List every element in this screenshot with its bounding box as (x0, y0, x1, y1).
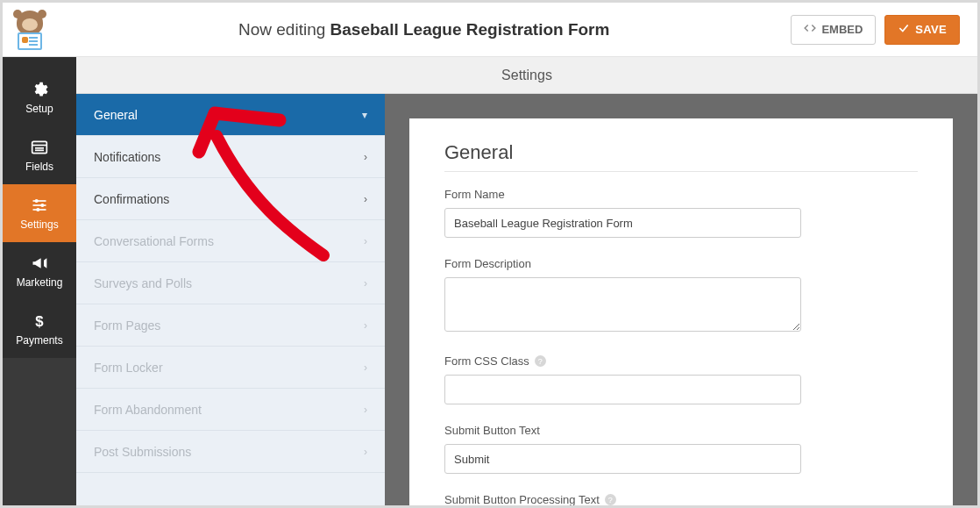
svg-point-8 (40, 204, 44, 207)
sidebar-item-label: Marketing (17, 276, 63, 289)
panel-item-label: Notifications (94, 150, 160, 164)
sidebar-item-setup[interactable]: Setup (3, 68, 76, 126)
panel-item-confirmations[interactable]: Confirmations› (76, 178, 385, 220)
panel-item-post-submissions: Post Submissions› (76, 431, 385, 473)
field-label: Form Description (444, 257, 918, 270)
sidebar-item-label: Setup (25, 103, 53, 115)
field-form-css-class: Form CSS Class? (444, 354, 918, 404)
field-label: Form Name (444, 188, 918, 201)
settings-header-bar: Settings (76, 57, 977, 94)
save-button[interactable]: SAVE (884, 15, 960, 45)
embed-button[interactable]: EMBED (791, 15, 876, 45)
field-form-name: Form Name (444, 188, 918, 238)
form-description-input[interactable] (444, 277, 801, 332)
field-form-description: Form Description (444, 257, 918, 335)
field-label: Submit Button Processing Text? (444, 493, 918, 505)
panel-item-general[interactable]: General▾ (76, 94, 385, 136)
field-label: Submit Button Text (444, 424, 918, 437)
panel-item-label: Conversational Forms (94, 234, 214, 248)
app-logo (3, 10, 57, 50)
field-submit-text: Submit Button Text (444, 424, 918, 474)
panel-item-label: Confirmations (94, 192, 169, 206)
svg-point-9 (36, 208, 39, 211)
chevron-right-icon: › (364, 235, 367, 247)
list-icon (30, 138, 49, 157)
svg-text:$: $ (35, 313, 44, 330)
sidebar-item-label: Fields (25, 161, 53, 173)
panel-item-label: Form Pages (94, 318, 160, 333)
page-title: Now editing Baseball League Registration… (57, 20, 791, 39)
sidebar: SetupFieldsSettingsMarketing$Payments (3, 57, 76, 505)
field-label: Form CSS Class? (444, 354, 918, 368)
panel-item-label: Surveys and Polls (94, 276, 192, 290)
panel-item-label: Form Abandonment (94, 403, 202, 417)
code-icon (804, 22, 816, 37)
panel-item-form-abandonment: Form Abandonment› (76, 389, 385, 431)
check-icon (898, 22, 910, 37)
panel-item-conversational-forms: Conversational Forms› (76, 220, 385, 262)
bullhorn-icon (30, 254, 49, 273)
help-icon[interactable]: ? (535, 355, 546, 367)
chevron-right-icon: › (364, 151, 367, 163)
chevron-right-icon: › (364, 319, 367, 332)
editing-prefix: Now editing (238, 20, 325, 39)
panel-item-form-locker: Form Locker› (76, 347, 385, 389)
chevron-right-icon: › (364, 277, 367, 290)
field-submit-processing: Submit Button Processing Text? (444, 493, 918, 505)
form-css-class-input[interactable] (444, 375, 801, 404)
panel-item-notifications[interactable]: Notifications› (76, 136, 385, 178)
chevron-right-icon: › (364, 446, 367, 458)
chevron-right-icon: › (364, 361, 367, 374)
panel-item-label: Post Submissions (94, 445, 191, 459)
submit-text-input[interactable] (444, 444, 801, 474)
sidebar-item-marketing[interactable]: Marketing (3, 242, 76, 300)
panel-item-form-pages: Form Pages› (76, 304, 385, 347)
sidebar-item-payments[interactable]: $Payments (3, 300, 76, 358)
gear-icon (30, 80, 49, 99)
sidebar-item-label: Settings (20, 218, 58, 231)
chevron-right-icon: › (364, 404, 367, 416)
content-heading: General (444, 141, 918, 164)
help-icon[interactable]: ? (605, 494, 616, 505)
form-title: Baseball League Registration Form (330, 20, 610, 39)
dollar-icon: $ (30, 311, 49, 331)
sidebar-item-label: Payments (16, 334, 62, 347)
panel-item-label: Form Locker (94, 361, 163, 375)
header: Now editing Baseball League Registration… (3, 3, 977, 57)
chevron-right-icon: › (364, 193, 367, 205)
panel-item-surveys-and-polls: Surveys and Polls› (76, 262, 385, 304)
sidebar-item-fields[interactable]: Fields (3, 126, 76, 184)
svg-point-7 (35, 199, 39, 203)
settings-panel: General▾Notifications›Confirmations›Conv… (76, 94, 385, 505)
sliders-icon (30, 196, 49, 215)
chevron-down-icon: ▾ (362, 109, 367, 121)
panel-item-label: General (94, 108, 138, 122)
sidebar-item-settings[interactable]: Settings (3, 184, 76, 242)
content-area: General Form NameForm DescriptionForm CS… (409, 118, 953, 505)
form-name-input[interactable] (444, 208, 801, 238)
